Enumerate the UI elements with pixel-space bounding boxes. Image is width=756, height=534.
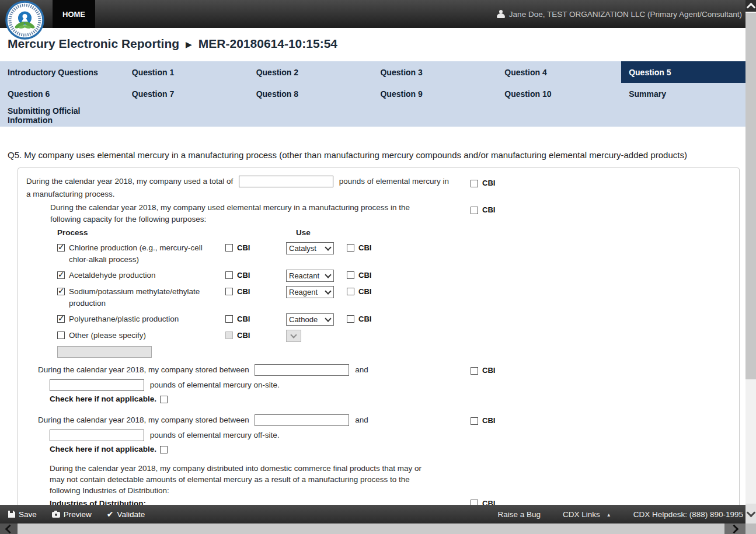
cbi-label: CBI	[358, 271, 371, 280]
stored-offsite-max-input[interactable]	[50, 430, 144, 441]
stored-offsite-row: During the calendar year 2018, my compan…	[26, 413, 731, 456]
cbi-group: CBI	[347, 271, 371, 280]
preview-button[interactable]: Preview	[52, 510, 92, 519]
cbi-label: CBI	[358, 287, 371, 296]
tab-introductory-questions[interactable]: Introductory Questions	[0, 61, 124, 83]
total-used-row: During the calendar year 2018, my compan…	[26, 175, 452, 201]
save-button[interactable]: Save	[8, 510, 37, 519]
use-select[interactable]: Catalyst	[286, 242, 334, 254]
cbi-checkbox[interactable]	[347, 315, 354, 323]
stored-onsite-row: During the calendar year 2018, my compan…	[26, 362, 731, 406]
total-used-input[interactable]	[239, 176, 333, 187]
preview-label: Preview	[64, 510, 92, 519]
validate-button[interactable]: Validate	[107, 509, 145, 519]
tab-question-2[interactable]: Question 2	[249, 61, 373, 83]
cbi-checkbox[interactable]	[225, 315, 233, 323]
cbi-checkbox	[225, 331, 233, 339]
cbi-group: CBI	[225, 331, 250, 340]
cbi-checkbox[interactable]	[471, 500, 478, 505]
cbi-checkbox[interactable]	[225, 288, 233, 295]
tab-summary[interactable]: Summary	[621, 83, 745, 104]
breadcrumb-arrow-icon: ▶	[186, 40, 192, 49]
stored-offsite-na-label: Check here if not applicable.	[50, 445, 156, 453]
cbi-group: CBI	[347, 287, 371, 296]
stored-onsite-na-label: Check here if not applicable.	[50, 395, 156, 403]
home-button[interactable]: HOME	[53, 0, 95, 28]
cbi-checkbox[interactable]	[225, 244, 233, 252]
tab-question-4[interactable]: Question 4	[497, 61, 621, 83]
tab-bar: Introductory QuestionsQuestion 1Question…	[0, 61, 745, 127]
caret-up-icon	[604, 510, 611, 519]
tab-question-3[interactable]: Question 3	[372, 61, 497, 83]
tab-question-6[interactable]: Question 6	[0, 83, 124, 104]
chevron-down-icon	[325, 244, 331, 250]
stored-offsite-min-input[interactable]	[255, 414, 349, 426]
use-select[interactable]: Reagent	[286, 286, 334, 298]
cbi-checkbox[interactable]	[347, 288, 354, 295]
raise-a-bug-link[interactable]: Raise a Bug	[497, 510, 541, 519]
stored-onsite-text-before: During the calendar year 2018, my compan…	[38, 365, 249, 374]
vertical-scrollbar-thumb[interactable]	[745, 13, 756, 379]
camera-icon	[52, 512, 60, 518]
vertical-scrollbar[interactable]	[745, 0, 756, 523]
process-checkbox[interactable]	[57, 271, 65, 279]
stored-onsite-max-input[interactable]	[50, 379, 144, 391]
cbi-group: CBI	[471, 364, 495, 377]
cbi-checkbox[interactable]	[471, 180, 478, 187]
tab-submitting-official-information[interactable]: Submitting Official Information	[0, 104, 124, 126]
scroll-right-button[interactable]	[724, 523, 745, 534]
process-checkbox[interactable]	[57, 244, 65, 252]
user-menu[interactable]: Jane Doe, TEST ORGANIZATION LLC (Primary…	[497, 0, 742, 28]
cbi-checkbox[interactable]	[471, 417, 478, 425]
chevron-down-icon	[746, 508, 755, 518]
cbi-checkbox[interactable]	[471, 367, 478, 375]
page-title: Mercury Electronic Reporting ▶ MER-20180…	[8, 37, 337, 51]
cbi-label: CBI	[237, 287, 250, 296]
cdx-links-menu[interactable]: CDX Links	[563, 510, 611, 519]
cbi-group: CBI	[347, 315, 371, 323]
process-label: Polyurethane/plastic production	[69, 313, 179, 325]
use-column-header: Use	[286, 228, 347, 238]
checkmark-icon	[107, 509, 114, 519]
cbi-label: CBI	[482, 204, 495, 217]
distribution-intro-text: During the calendar year 2018, my compan…	[50, 463, 423, 496]
stored-offsite-na-checkbox[interactable]	[160, 446, 168, 453]
scroll-up-button[interactable]	[745, 0, 756, 12]
tab-question-9[interactable]: Question 9	[372, 83, 497, 104]
stored-onsite-na-checkbox[interactable]	[160, 396, 168, 403]
process-option: Chlorine production (e.g., mercury-cell …	[57, 242, 218, 266]
tab-question-1[interactable]: Question 1	[124, 61, 249, 83]
top-bar: HOME Jane Doe, TEST ORGANIZATION LLC (Pr…	[0, 0, 756, 28]
cbi-label: CBI	[237, 315, 250, 323]
cbi-checkbox[interactable]	[347, 244, 354, 252]
footer-bar: Save Preview Validate Raise a Bug CDX Li…	[0, 505, 745, 523]
cbi-checkbox[interactable]	[225, 271, 233, 279]
cbi-label: CBI	[482, 497, 495, 505]
tab-question-10[interactable]: Question 10	[497, 83, 621, 104]
cbi-label: CBI	[482, 414, 495, 427]
tab-question-5[interactable]: Question 5	[621, 61, 745, 83]
process-label: Other (please specify)	[69, 330, 146, 341]
process-checkbox[interactable]	[57, 315, 65, 323]
scrollbar-corner	[745, 523, 756, 534]
scroll-down-button[interactable]	[745, 504, 756, 523]
process-checkbox[interactable]	[57, 331, 65, 339]
cbi-checkbox[interactable]	[471, 207, 478, 214]
horizontal-scrollbar[interactable]	[0, 523, 745, 534]
tab-question-8[interactable]: Question 8	[249, 83, 373, 104]
validate-label: Validate	[117, 510, 145, 519]
chevron-left-icon	[5, 524, 15, 533]
cbi-checkbox[interactable]	[347, 271, 354, 279]
use-select[interactable]: Reactant	[286, 270, 334, 282]
use-select	[286, 330, 301, 342]
tab-question-7[interactable]: Question 7	[124, 83, 249, 104]
scroll-left-button[interactable]	[0, 523, 18, 534]
use-select-value: Catalyst	[289, 244, 316, 253]
cbi-group: CBI	[471, 204, 495, 217]
stored-onsite-min-input[interactable]	[255, 364, 349, 376]
use-select[interactable]: Cathode	[286, 313, 334, 326]
stored-onsite-text-after: pounds of elemental mercury on-site.	[150, 381, 280, 389]
use-select-value: Cathode	[289, 315, 318, 324]
distribution-row: During the calendar year 2018, my compan…	[26, 463, 731, 505]
process-checkbox[interactable]	[57, 288, 65, 295]
